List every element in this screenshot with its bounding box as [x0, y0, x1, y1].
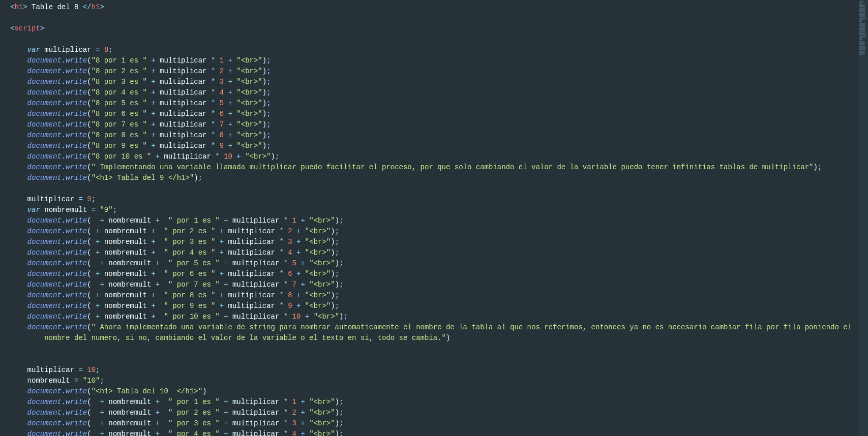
code-line: <h1> Table del 8 </h1> [10, 2, 848, 13]
code-line [10, 354, 848, 365]
code-line [10, 13, 848, 23]
code-line: document.write( + nombremult + " por 2 e… [10, 226, 848, 237]
code-line: document.write( + nombremult + " por 2 e… [10, 408, 848, 418]
code-line: document.write( + nombremult + " por 1 e… [10, 397, 848, 408]
code-line: document.write( + nombremult + " por 3 e… [10, 237, 848, 247]
code-line: document.write("8 por 1 es " + multiplic… [10, 55, 848, 66]
code-line: document.write(" Ahora implementado una … [10, 322, 848, 333]
code-line: document.write("8 por 4 es " + multiplic… [10, 87, 848, 98]
code-line: document.write( + nombremult + " por 9 e… [10, 301, 848, 312]
code-line: nombremult = "10"; [10, 376, 848, 386]
code-line [10, 344, 848, 354]
code-line: document.write("8 por 5 es " + multiplic… [10, 98, 848, 109]
code-line: multiplicar = 10; [10, 365, 848, 376]
code-line: document.write( + nombremult + " por 6 e… [10, 269, 848, 279]
code-line: document.write( + nombremult + " por 5 e… [10, 258, 848, 269]
code-line: document.write("8 por 6 es " + multiplic… [10, 109, 848, 119]
code-line: var multiplicar = 8; [10, 45, 848, 55]
code-line: document.write("<h1> Tabla del 9 </h1>")… [10, 173, 848, 183]
code-line: document.write( + nombremult + " por 1 e… [10, 215, 848, 226]
code-line [10, 34, 848, 45]
code-line: nombre del numero, si no, cambiando el v… [10, 333, 848, 344]
code-line: document.write("8 por 3 es " + multiplic… [10, 77, 848, 87]
code-line: document.write( + nombremult + " por 8 e… [10, 290, 848, 301]
code-line: document.write(" Implementando una varia… [10, 162, 848, 173]
code-line: document.write( + nombremult + " por 7 e… [10, 279, 848, 290]
code-line: document.write("8 por 10 es " + multipli… [10, 151, 848, 162]
code-line: document.write( + nombremult + " por 4 e… [10, 429, 848, 436]
code-line [10, 183, 848, 194]
code-line: document.write("8 por 9 es " + multiplic… [10, 141, 848, 151]
code-line: var nombremult = "9"; [10, 205, 848, 215]
code-line: document.write("8 por 8 es " + multiplic… [10, 130, 848, 141]
code-line: document.write( + nombremult + " por 4 e… [10, 247, 848, 258]
code-line: multiplicar = 9; [10, 194, 848, 205]
minimap[interactable] [859, 0, 868, 436]
code-line: document.write( + nombremult + " por 10 … [10, 312, 848, 322]
code-line: <script> [10, 23, 848, 34]
code-line: document.write("8 por 7 es " + multiplic… [10, 119, 848, 130]
code-line: document.write("8 por 2 es " + multiplic… [10, 66, 848, 77]
code-editor[interactable]: <h1> Table del 8 </h1><script> var multi… [0, 0, 858, 436]
code-line: document.write("<h1> Tabla del 10 </h1>"… [10, 386, 848, 397]
code-line: document.write( + nombremult + " por 3 e… [10, 418, 848, 429]
